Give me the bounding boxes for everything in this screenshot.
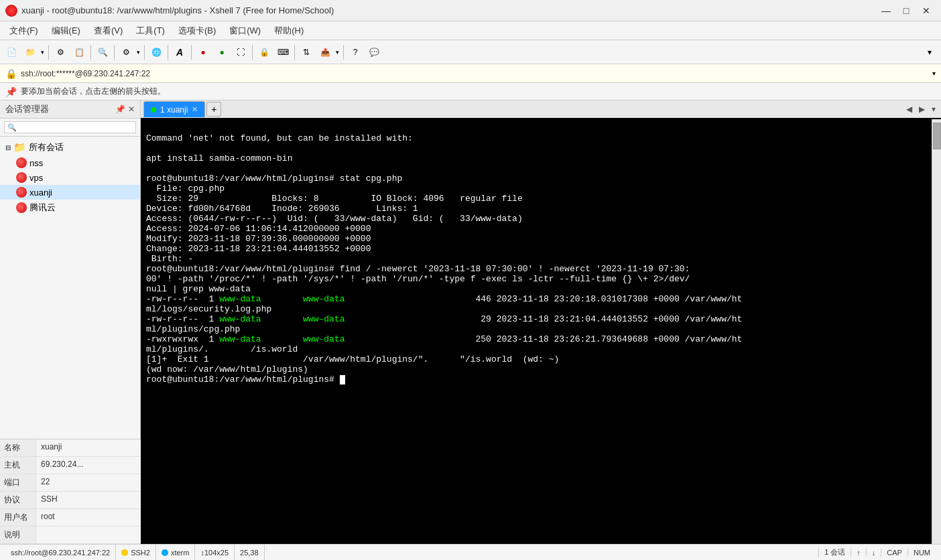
session-item-tencentcloud[interactable]: 腾讯云 [0,200,140,216]
keyboard-button[interactable]: ⌨ [274,44,292,61]
app-icon [5,5,17,17]
status-xterm-section: xterm [156,545,196,560]
session-bar: 📌 要添加当前会话，点击左侧的箭头按钮。 [0,83,941,100]
sidebar-close-btn[interactable]: ✕ [128,104,135,114]
address-dropdown-btn[interactable]: ▾ [932,70,936,77]
term-line-20: ml/plugins/. /is.world [146,344,298,354]
tab-menu-btn[interactable]: ▾ [929,103,938,115]
toolbar-more[interactable]: ▾ [921,44,938,61]
session-button[interactable]: ⚙ [117,44,135,61]
tree-root-label: 所有会话 [29,141,64,153]
terminal-scrollbar[interactable] [932,119,941,544]
search-input[interactable] [4,121,136,133]
menu-tabs[interactable]: 选项卡(B) [172,22,223,40]
close-button[interactable]: ✕ [917,3,936,19]
sessions-label: 1 会话 [824,547,845,557]
transfer2-button[interactable]: 📤 [316,44,334,61]
transfer-button[interactable]: ⇅ [298,44,315,61]
font-button[interactable]: A [171,44,188,61]
prop-key-host: 主机 [0,457,37,474]
sep2 [90,45,91,60]
menu-tools[interactable]: 工具(T) [129,22,172,40]
terminal-area: Command 'net' not found, but can be inst… [141,119,941,544]
session-icon-nss [16,157,27,168]
terminal[interactable]: Command 'net' not found, but can be inst… [141,119,932,544]
tab-xuanji[interactable]: 1 xuanji ✕ [143,101,205,117]
tree-root-item[interactable]: ⊟ 📁 所有会话 [0,139,140,155]
fullscreen-button[interactable]: ⛶ [232,44,249,61]
status-sessions: 1 会话 [818,547,851,557]
term-line-17: -rw-r--r-- 1 www-data www-data 29 2023-1… [146,314,742,324]
session-item-xuanji[interactable]: xuanji [0,185,140,200]
menu-help[interactable]: 帮助(H) [267,22,310,40]
xterm-label: xterm [171,549,190,557]
menu-edit[interactable]: 编辑(E) [45,22,87,40]
session-hint: 要添加当前会话，点击左侧的箭头按钮。 [21,86,166,97]
menu-view[interactable]: 查看(V) [87,22,129,40]
new-tab-button[interactable]: + [206,102,221,117]
sidebar-pin-btn[interactable]: 📌 [115,104,125,114]
minimize-button[interactable]: — [877,3,895,19]
prop-val-protocol: SSH [37,492,141,508]
term-line-5: Size: 29 Blocks: 8 IO Block: 4096 regula… [146,194,523,204]
open-button[interactable]: 📁 [21,44,39,61]
status-scroll-down[interactable]: ↓ [866,549,881,557]
status-size-section: ↕ 104x25 [195,545,235,560]
menu-file[interactable]: 文件(F) [3,22,45,40]
menu-window[interactable]: 窗口(W) [223,22,267,40]
tab-label: 1 xuanji [160,105,188,115]
tab-next-btn[interactable]: ▶ [916,103,928,115]
lock-icon: 🔒 [5,68,17,79]
session-item-nss[interactable]: nss [0,155,140,170]
term-line-22: (wd now: /var/www/html/plugins) [146,364,308,374]
ssh-dot [121,549,128,556]
help-button[interactable]: ? [347,44,364,61]
address-text: ssh://root:******@69.230.241.247:22 [21,69,150,78]
session-dropdown[interactable]: ▾ [135,44,141,61]
prop-port: 端口 22 [0,474,141,492]
scroll-down-icon[interactable]: ↓ [872,549,876,557]
info-button[interactable]: 💬 [365,44,383,61]
prop-key-port: 端口 [0,474,37,491]
term-line-12: root@ubuntu18:/var/www/html/plugins# fin… [146,264,690,274]
session-tree: ⊟ 📁 所有会话 nss vps xuanji [0,137,140,218]
status-address: ssh://root@69.230.241.247:22 [5,545,116,560]
prop-key-name: 名称 [0,439,37,456]
maximize-button[interactable]: □ [897,3,916,19]
tab-prev-btn[interactable]: ◀ [903,103,915,115]
term-line-3: root@ubuntu18:/var/www/html/plugins# sta… [146,173,402,184]
red-btn[interactable]: ● [194,44,212,61]
status-bar: ssh://root@69.230.241.247:22 SSH2 xterm … [0,544,941,560]
lock-button[interactable]: 🔒 [255,44,273,61]
copy-button[interactable]: 📋 [70,44,88,61]
tab-close-btn[interactable]: ✕ [192,105,198,114]
sep8 [294,45,295,60]
session-label-xuanji: xuanji [29,188,52,198]
scroll-up-icon[interactable]: ↑ [857,549,861,557]
session-label-nss: nss [29,158,43,168]
settings-button[interactable]: ⚙ [52,44,69,61]
term-line-2: apt install samba-common-bin [146,153,292,163]
tree-expand-icon[interactable]: ⊟ [5,144,11,151]
transfer-dropdown[interactable]: ▾ [334,44,340,61]
green-btn[interactable]: ● [213,44,231,61]
view-button[interactable]: 🔍 [94,44,111,61]
prop-key-username: 用户名 [0,509,37,526]
status-address-text: ssh://root@69.230.241.247:22 [11,549,110,557]
term-line-4: File: cpg.php [146,184,225,194]
xterm-indicator: xterm [162,549,190,557]
tab-status-dot [151,107,156,113]
scrollbar-thumb[interactable] [933,123,941,149]
term-line-6: Device: fd00h/64768d Inode: 269036 Links… [146,204,418,214]
open-dropdown[interactable]: ▾ [39,44,46,61]
content-area: 会话管理器 📌 ✕ ⊟ 📁 所有会话 nss [0,100,941,544]
sidebar-controls: 📌 ✕ [115,104,135,114]
new-session-button[interactable]: 📄 [3,44,20,61]
session-item-vps[interactable]: vps [0,170,140,185]
status-scroll-up[interactable]: ↑ [851,549,866,557]
globe-button[interactable]: 🌐 [147,44,165,61]
term-line-21: [1]+ Exit 1 /var/www/html/plugins/". "/i… [146,354,559,364]
session-label-vps: vps [29,173,43,183]
term-line-10: Change: 2023-11-18 23:21:04.444013552 +0… [146,244,371,254]
sep5 [168,45,168,60]
